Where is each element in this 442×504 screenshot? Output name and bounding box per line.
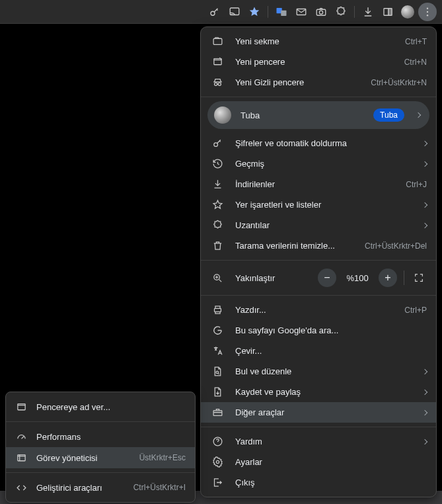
chevron-right-icon <box>422 368 427 374</box>
menu-incognito[interactable]: Yeni Gizli pencere Ctrl+ÜstKrktr+N <box>201 72 436 93</box>
menu-zoom: Yakınlaştır − %100 + <box>201 265 436 291</box>
chevron-right-icon <box>422 409 427 415</box>
svg-point-16 <box>213 143 217 147</box>
menu-profile[interactable]: Tuba Tuba <box>207 101 429 129</box>
menu-passwords[interactable]: Şifreler ve otomatik doldurma <box>201 133 436 153</box>
translate-icon[interactable] <box>272 3 291 21</box>
cast-icon[interactable] <box>225 3 244 21</box>
camera-icon[interactable] <box>312 3 330 21</box>
menu-separator <box>6 472 195 473</box>
submenu-label: Geliştirici araçları <box>36 483 127 493</box>
menu-history[interactable]: Geçmiş <box>201 153 436 174</box>
menu-print[interactable]: Yazdır... Ctrl+P <box>201 300 436 320</box>
svg-rect-8 <box>388 8 392 15</box>
menu-find-edit[interactable]: Bul ve düzenle <box>201 361 436 382</box>
svg-point-14 <box>214 83 217 85</box>
svg-point-19 <box>216 371 219 374</box>
menu-label: Ayarlar <box>235 457 427 467</box>
menu-downloads[interactable]: İndirilenler Ctrl+J <box>201 174 436 194</box>
menu-label: Bu sayfayı Google'da ara... <box>235 325 427 335</box>
gauge-icon <box>15 431 27 442</box>
menu-bookmarks[interactable]: Yer işaretleri ve listeler <box>201 194 436 215</box>
submenu-label: Pencereye ad ver... <box>36 402 186 412</box>
save-icon <box>211 386 223 398</box>
svg-point-9 <box>427 7 428 9</box>
svg-rect-18 <box>214 308 221 312</box>
star-icon[interactable] <box>245 3 264 21</box>
chevron-right-icon <box>422 222 427 228</box>
chevron-right-icon <box>422 140 427 146</box>
profile-name: Tuba <box>240 110 373 120</box>
chevron-right-icon <box>422 389 427 394</box>
window-icon <box>211 56 223 68</box>
key-icon[interactable] <box>205 3 224 21</box>
menu-more-tools[interactable]: Diğer araçlar <box>201 402 436 423</box>
download-icon <box>211 179 223 190</box>
menu-separator <box>201 427 436 427</box>
star-outline-icon <box>211 199 223 211</box>
menu-exit[interactable]: Çıkış <box>201 472 436 493</box>
menu-label: İndirilenler <box>235 179 399 189</box>
menu-label: Şifreler ve otomatik doldurma <box>235 138 415 148</box>
menu-shortcut: Ctrl+T <box>405 37 427 46</box>
submenu-task-manager[interactable]: Görev yöneticisi ÜstKrktr+Esc <box>6 447 195 468</box>
window-label-icon <box>15 401 27 413</box>
toolbox-icon <box>211 407 223 419</box>
google-icon <box>211 325 223 337</box>
history-icon <box>211 158 223 170</box>
zoom-label: Yakınlaştır <box>235 273 318 283</box>
menu-help[interactable]: Yardım <box>201 431 436 452</box>
svg-point-15 <box>218 83 221 85</box>
menu-separator <box>201 295 436 296</box>
panel-icon[interactable] <box>379 3 397 21</box>
mail-icon[interactable] <box>292 3 311 21</box>
menu-label: Diğer araçlar <box>235 407 415 417</box>
task-manager-icon <box>15 452 27 464</box>
fullscreen-button[interactable] <box>411 270 427 286</box>
zoom-out-button[interactable]: − <box>318 269 336 287</box>
menu-settings[interactable]: Ayarlar <box>201 452 436 472</box>
svg-point-6 <box>319 11 322 14</box>
menu-search-google[interactable]: Bu sayfayı Google'da ara... <box>201 320 436 341</box>
submenu-performance[interactable]: Performans <box>6 426 195 447</box>
menu-shortcut: Ctrl+N <box>404 58 427 67</box>
menu-translate[interactable]: Çevir... <box>201 341 436 361</box>
menu-shortcut: Ctrl+J <box>406 180 427 189</box>
menu-new-window[interactable]: Yeni pencere Ctrl+N <box>201 52 436 72</box>
menu-separator <box>6 421 195 422</box>
menu-extensions[interactable]: Uzantılar <box>201 215 436 235</box>
browser-toolbar <box>0 0 442 24</box>
svg-point-0 <box>211 11 215 15</box>
svg-rect-12 <box>213 38 222 44</box>
zoom-in-button[interactable]: + <box>379 269 397 287</box>
menu-shortcut: Ctrl+ÜstKrktr+Del <box>365 241 427 251</box>
toolbar-divider <box>354 6 355 18</box>
menu-label: Kaydet ve paylaş <box>235 387 415 397</box>
chevron-right-icon <box>416 112 421 118</box>
menu-label: Yeni Gizli pencere <box>235 77 364 87</box>
chevron-right-icon <box>422 439 427 444</box>
menu-shortcut: Ctrl+P <box>404 306 427 315</box>
submenu-dev-tools[interactable]: Geliştirici araçları Ctrl+ÜstKrktr+I <box>6 477 195 498</box>
menu-save-share[interactable]: Kaydet ve paylaş <box>201 382 436 402</box>
zoom-divider <box>404 271 404 285</box>
menu-clear-data[interactable]: Tarama verilerini temizle... Ctrl+ÜstKrk… <box>201 235 436 256</box>
avatar-icon[interactable] <box>398 3 417 21</box>
svg-rect-23 <box>17 403 24 409</box>
menu-label: Yer işaretleri ve listeler <box>235 200 415 210</box>
menu-new-tab[interactable]: Yeni sekme Ctrl+T <box>201 31 436 52</box>
svg-rect-24 <box>17 454 24 460</box>
kebab-menu-icon[interactable] <box>418 3 437 21</box>
zoom-icon <box>211 272 223 284</box>
document-search-icon <box>211 366 223 378</box>
download-icon[interactable] <box>359 3 377 21</box>
chrome-main-menu: Yeni sekme Ctrl+T Yeni pencere Ctrl+N Ye… <box>200 26 437 497</box>
submenu-shortcut: ÜstKrktr+Esc <box>139 453 186 462</box>
trash-icon <box>211 240 223 252</box>
puzzle-icon[interactable] <box>332 3 350 21</box>
submenu-name-window[interactable]: Pencereye ad ver... <box>6 396 195 417</box>
menu-label: Yeni pencere <box>235 57 398 67</box>
chevron-right-icon <box>422 202 427 207</box>
exit-icon <box>211 477 223 489</box>
menu-label: Geçmiş <box>235 159 415 169</box>
